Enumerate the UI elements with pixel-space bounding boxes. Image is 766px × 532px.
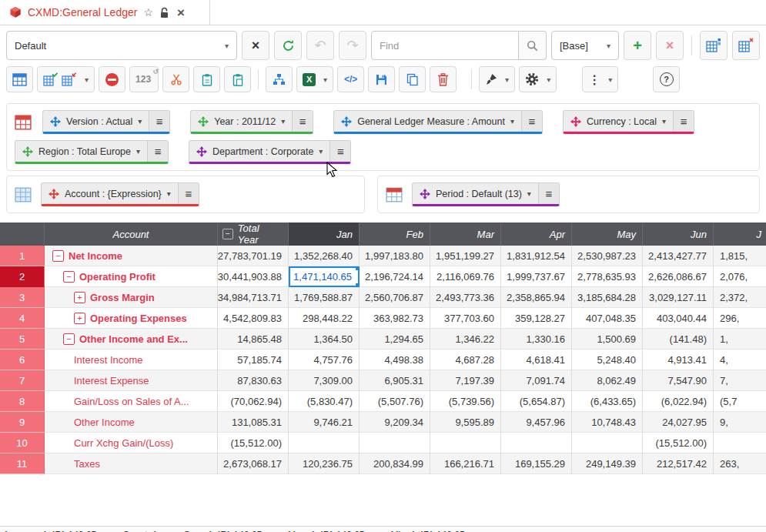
dimension-chip[interactable]: Account : {Expression}▾≡ xyxy=(41,182,199,206)
paste-special-button[interactable] xyxy=(224,66,251,92)
dimension-chip[interactable]: Department : Corporate▾≡ xyxy=(189,140,351,164)
column-header[interactable]: Mar xyxy=(430,223,501,246)
grid-cell[interactable]: 1,999,737.67 xyxy=(501,266,572,287)
grid-cell[interactable]: 200,834.99 xyxy=(360,453,430,474)
column-header-account[interactable]: Account xyxy=(45,223,218,246)
grid-cell[interactable]: 1,294.65 xyxy=(360,329,430,350)
refresh-button[interactable] xyxy=(274,31,302,60)
collapse-icon[interactable]: − xyxy=(222,229,233,239)
row-number[interactable]: 4 xyxy=(0,308,45,329)
autorecalc-options-button[interactable]: ▾ xyxy=(37,66,95,92)
row-number[interactable]: 7 xyxy=(0,370,45,391)
grid-cell[interactable]: 9,209.34 xyxy=(360,412,430,433)
grid-cell[interactable]: (5,507.76) xyxy=(360,391,430,412)
grid-cell[interactable]: 1,346.22 xyxy=(430,329,501,350)
grid-cell[interactable]: 6,905.31 xyxy=(360,370,430,391)
move-icon[interactable] xyxy=(49,189,59,199)
move-icon[interactable] xyxy=(22,146,33,157)
grid-cell[interactable]: 14,865.48 xyxy=(218,329,289,350)
format-painter-button[interactable]: ▾ xyxy=(479,66,515,92)
grid-cell[interactable] xyxy=(289,433,360,453)
grid-cell[interactable]: 131,085.31 xyxy=(218,412,289,433)
grid-cell[interactable]: 9, xyxy=(714,412,766,433)
grid-cell[interactable]: 8,062.49 xyxy=(572,370,643,391)
view-select[interactable]: Default ▾ xyxy=(6,31,237,60)
settings-button[interactable]: ▾ xyxy=(519,66,557,92)
save-button[interactable] xyxy=(368,66,395,92)
unlock-icon[interactable] xyxy=(159,7,169,18)
grid-cell[interactable]: 30,441,903.88 xyxy=(218,266,289,287)
close-tab-icon[interactable]: × xyxy=(177,6,185,19)
dimension-chip-main[interactable]: General Ledger Measure : Amount▾ xyxy=(334,111,521,132)
row-number[interactable]: 2 xyxy=(0,266,45,287)
dimension-chip[interactable]: Version : Actual▾≡ xyxy=(42,110,170,134)
grid-cell[interactable]: 407,048.35 xyxy=(572,308,643,329)
row-number[interactable]: 3 xyxy=(0,287,45,308)
tab-general-ledger[interactable]: CXMD:General Ledger ☆ × xyxy=(0,0,210,25)
grid-cell[interactable]: (6,433.65) xyxy=(572,391,643,412)
row-number[interactable]: 10 xyxy=(0,433,45,453)
account-cell[interactable]: Interest Expense xyxy=(45,370,218,391)
open-grid-button[interactable] xyxy=(700,31,728,60)
column-header[interactable]: Feb xyxy=(360,223,430,246)
grid-cell[interactable]: 169,155.29 xyxy=(501,453,572,474)
account-cell[interactable]: Taxes xyxy=(45,453,218,474)
grid-cell[interactable] xyxy=(572,433,643,453)
subset-editor-button[interactable]: ≡ xyxy=(329,141,350,162)
grid-cell[interactable]: 1,500.69 xyxy=(572,329,643,350)
collapse-icon[interactable]: − xyxy=(63,333,75,345)
grid-cell[interactable]: 4, xyxy=(714,350,766,370)
delete-view-button[interactable] xyxy=(430,66,457,92)
grid-cell[interactable]: (15,512.00) xyxy=(218,433,289,453)
grid-cell[interactable]: 1,769,588.87 xyxy=(289,287,360,308)
subset-editor-button[interactable]: ≡ xyxy=(178,183,199,204)
dimension-chip[interactable]: Region : Total Europe▾≡ xyxy=(15,140,169,164)
account-cell[interactable]: Interest Income xyxy=(45,350,218,370)
grid-cell[interactable]: 166,216.71 xyxy=(430,453,501,474)
account-cell[interactable]: Other Income xyxy=(45,412,218,433)
collapse-icon[interactable]: − xyxy=(52,250,64,262)
grid-cell[interactable]: 2,778,635.93 xyxy=(572,266,643,287)
more-options-button[interactable]: ⋮ ▾ xyxy=(582,66,618,92)
grid-cell[interactable]: 34,984,713.71 xyxy=(218,287,289,308)
dimension-chip-main[interactable]: Account : {Expression}▾ xyxy=(42,183,178,204)
grid-cell[interactable]: 359,128.27 xyxy=(501,308,572,329)
subset-editor-button[interactable]: ≡ xyxy=(673,111,694,132)
grid-cell[interactable]: 9,746.21 xyxy=(289,412,360,433)
grid-cell[interactable]: 2,673,068.17 xyxy=(218,453,289,474)
grid-cell[interactable]: 4,618.41 xyxy=(501,350,572,370)
move-icon[interactable] xyxy=(196,146,207,157)
grid-cell[interactable]: 4,542,809.83 xyxy=(218,308,289,329)
grid-cell[interactable]: 296, xyxy=(714,308,766,329)
search-button[interactable] xyxy=(519,31,547,60)
grid-cell[interactable]: 7, xyxy=(714,370,766,391)
grid-cell[interactable]: 1,951,199.27 xyxy=(430,246,501,266)
subset-editor-button[interactable]: ≡ xyxy=(147,141,168,162)
grid-cell[interactable]: 249,149.39 xyxy=(572,453,643,474)
dimension-chip[interactable]: Period : Default (13)▾≡ xyxy=(412,182,560,206)
column-header[interactable]: Jan xyxy=(289,223,360,246)
account-cell[interactable]: Gain/Loss on Sales of A... xyxy=(45,391,218,412)
grid-cell[interactable]: 2,626,086.67 xyxy=(643,266,714,287)
grid-cell[interactable]: 9,595.89 xyxy=(430,412,501,433)
row-number[interactable]: 5 xyxy=(0,329,45,350)
dimension-chip-main[interactable]: Currency : Local▾ xyxy=(564,111,673,132)
grid-cell[interactable]: (5,7 xyxy=(714,391,766,412)
grid-cell[interactable]: (5,654.87) xyxy=(501,391,572,412)
row-number[interactable]: 11 xyxy=(0,453,45,474)
grid-cell[interactable]: 87,830.63 xyxy=(218,370,289,391)
grid-cell[interactable] xyxy=(714,433,766,453)
grid-cell[interactable]: 57,185.74 xyxy=(218,350,289,370)
column-header[interactable]: Apr xyxy=(501,223,572,246)
suppress-zeros-button[interactable] xyxy=(99,66,125,92)
grid-cell[interactable]: 5,248.40 xyxy=(572,350,643,370)
grid-cell[interactable]: 10,748.43 xyxy=(572,412,643,433)
paste-button[interactable] xyxy=(193,66,220,92)
add-subset-button[interactable]: + xyxy=(624,31,651,60)
row-number[interactable]: 1 xyxy=(0,246,45,266)
row-number[interactable]: 8 xyxy=(0,391,45,412)
subset-select[interactable]: [Base] ▾ xyxy=(551,31,619,60)
grid-cell[interactable]: 2,196,724.14 xyxy=(360,266,430,287)
close-grid-button[interactable] xyxy=(732,31,760,60)
account-cell[interactable]: −Operating Profit xyxy=(45,266,218,287)
